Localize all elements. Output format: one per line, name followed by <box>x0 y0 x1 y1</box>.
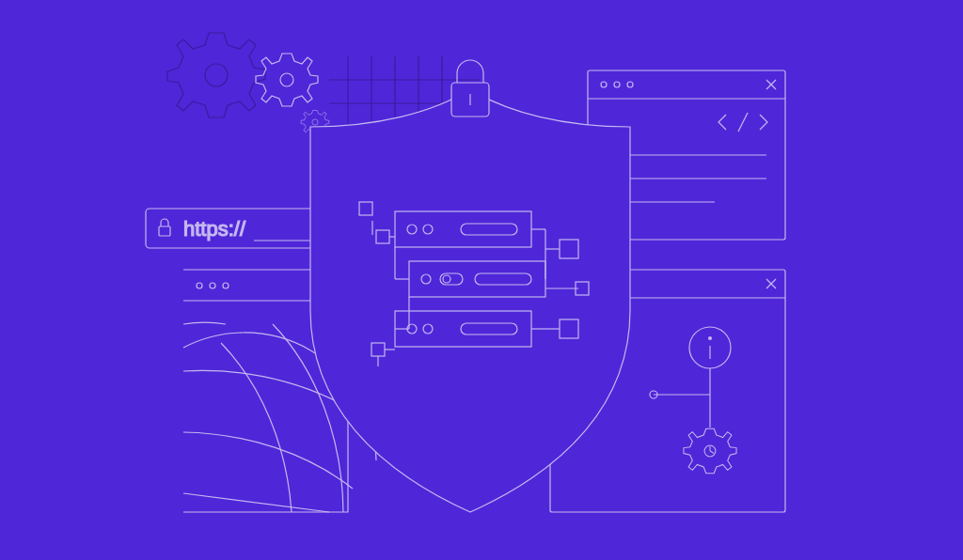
svg-point-21 <box>601 82 607 87</box>
server-rack-1 <box>395 211 531 247</box>
svg-rect-55 <box>395 311 531 347</box>
svg-rect-14 <box>159 226 170 236</box>
close-icon <box>766 80 776 89</box>
svg-point-10 <box>205 64 228 86</box>
svg-rect-46 <box>395 211 531 247</box>
svg-point-35 <box>708 336 712 340</box>
svg-point-23 <box>627 82 633 87</box>
server-racks <box>395 211 545 347</box>
svg-line-43 <box>710 451 714 454</box>
close-icon <box>766 279 776 288</box>
svg-point-17 <box>210 283 215 288</box>
svg-rect-50 <box>409 261 545 297</box>
svg-point-22 <box>614 82 620 87</box>
gear-medium-icon <box>256 54 318 106</box>
security-illustration: https:// <box>0 0 963 560</box>
code-brackets-icon <box>718 113 767 132</box>
protocol-text: https:// <box>183 217 246 241</box>
info-icon <box>689 327 731 368</box>
gear-large-icon <box>167 33 265 117</box>
svg-point-16 <box>197 283 202 288</box>
svg-rect-70 <box>560 240 578 258</box>
svg-rect-61 <box>376 230 389 243</box>
padlock-icon <box>451 60 489 117</box>
svg-rect-72 <box>560 319 578 338</box>
svg-rect-76 <box>371 343 385 356</box>
server-rack-2 <box>409 261 545 297</box>
svg-line-26 <box>738 113 748 132</box>
svg-rect-59 <box>359 202 372 215</box>
lock-icon <box>159 219 170 236</box>
svg-point-12 <box>312 119 318 125</box>
gear-tiny-icon <box>684 428 736 474</box>
svg-point-11 <box>280 73 293 86</box>
server-rack-3 <box>395 311 531 347</box>
svg-point-18 <box>223 283 229 288</box>
